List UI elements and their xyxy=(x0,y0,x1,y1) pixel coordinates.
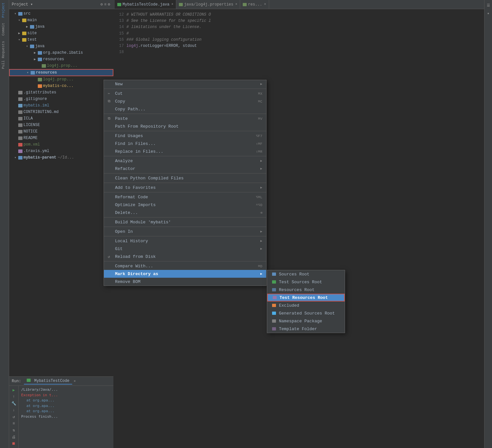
tab-close-button[interactable]: × xyxy=(264,3,266,6)
run-rerun-button[interactable]: ↺ xyxy=(10,414,17,420)
tree-item-java-test[interactable]: ▾ java xyxy=(9,43,113,49)
tree-label: java xyxy=(35,44,45,49)
tree-item-main[interactable]: ▾ main xyxy=(9,17,113,23)
tree-item-travis[interactable]: .travis.yml xyxy=(9,148,113,154)
menu-item-reformat[interactable]: Reformat Code ⌥⌘L xyxy=(104,193,266,201)
tree-item-log4j2[interactable]: log4j.prop... xyxy=(9,76,113,83)
tree-item-resources-java[interactable]: ▶ resources xyxy=(9,56,113,63)
menu-label: Clean Python Compiled Files xyxy=(115,176,262,181)
tree-item-mybatis-parent[interactable]: ▾ mybatis-parent ~/Id... xyxy=(9,154,113,161)
menu-separator xyxy=(104,236,266,236)
tree-item-src[interactable]: ▾ src xyxy=(9,10,113,17)
menu-item-find-usages[interactable]: Find Usages ⌥F7 xyxy=(104,132,266,140)
sidebar-item-project[interactable]: Project xyxy=(0,0,9,20)
tree-item-test[interactable]: ▾ test xyxy=(9,36,113,43)
menu-item-clean-python[interactable]: Clean Python Compiled Files xyxy=(104,174,266,182)
menu-item-reload[interactable]: ↺ Reload from Disk xyxy=(104,253,266,260)
run-play-button[interactable]: ▶ xyxy=(10,387,17,393)
tab-log4j[interactable]: java/log4j.properties × xyxy=(176,0,240,9)
menu-label: Cut xyxy=(115,91,252,96)
tree-item-site[interactable]: ▶ site xyxy=(9,30,113,36)
submenu-item-sources-root[interactable]: Sources Root xyxy=(267,270,345,278)
menu-label: Copy xyxy=(115,99,252,104)
submenu-item-test-resources-root[interactable]: Test Resources Root xyxy=(267,294,345,301)
tree-item-gitattributes[interactable]: .gitattributes xyxy=(9,89,113,96)
sidebar-item-commit[interactable]: Commit xyxy=(0,20,9,38)
menu-item-copy-path[interactable]: Copy Path... xyxy=(104,105,266,113)
menu-item-mark-directory[interactable]: Mark Directory as ▶ Sources Root Test So… xyxy=(104,270,266,278)
menu-item-delete[interactable]: Delete... ⌫ xyxy=(104,209,266,217)
tree-label: README xyxy=(23,136,37,140)
menu-item-build-module[interactable]: Build Module 'mybatis' xyxy=(104,218,266,226)
tree-item-icla[interactable]: ICLA xyxy=(9,115,113,122)
menu-item-remove-bom[interactable]: Remove BOM xyxy=(104,278,266,286)
menu-item-copy[interactable]: ⧉ Copy ⌘C xyxy=(104,97,266,105)
tab-close-button[interactable]: × xyxy=(235,3,237,6)
tree-item-mybatis-config[interactable]: mybatis-co... xyxy=(9,83,113,89)
tree-item-ibatis[interactable]: ▶ org.apache.ibatis xyxy=(9,49,113,56)
menu-separator xyxy=(104,173,266,174)
run-wrench-button[interactable]: 🔧 xyxy=(10,400,17,407)
menu-item-path-repo[interactable]: Path From Repository Root xyxy=(104,122,266,130)
tree-item-readme[interactable]: README xyxy=(9,135,113,141)
submenu-item-test-sources-root[interactable]: Test Sources Root xyxy=(267,278,345,286)
test-sources-root-icon xyxy=(271,280,277,284)
tab-label: res... xyxy=(248,2,262,7)
run-print-button[interactable]: 🖨 xyxy=(10,434,17,440)
tree-item-license[interactable]: LICENSE xyxy=(9,122,113,128)
menu-label: Mark Directory as xyxy=(115,272,259,276)
menu-item-add-favorites[interactable]: Add to Favorites ▶ xyxy=(104,184,266,191)
menu-item-paste[interactable]: ⧉ Paste ⌘V xyxy=(104,115,266,122)
menu-label: Analyze xyxy=(115,159,259,163)
tab-mybatis-java[interactable]: MybatisTestCode.java × xyxy=(115,0,176,9)
menu-item-compare[interactable]: Compare With... ⌘D xyxy=(104,262,266,270)
tree-item-log4j-test[interactable]: log4j.prop... xyxy=(9,63,113,69)
tab-close-button[interactable]: × xyxy=(171,3,173,6)
tree-label: test xyxy=(27,37,37,42)
menu-item-git[interactable]: Git ▶ xyxy=(104,245,266,253)
folder-icon xyxy=(30,25,34,29)
tree-item-iml[interactable]: mybatis.iml xyxy=(9,102,113,109)
run-stop-button[interactable]: ⏹ xyxy=(10,441,17,447)
sidebar-structure-icon[interactable]: ☰ xyxy=(485,2,492,8)
run-tab-close[interactable]: × xyxy=(74,379,76,383)
run-down-button[interactable]: ↓ xyxy=(10,407,17,413)
run-sort-button[interactable]: ⇅ xyxy=(10,427,17,433)
submenu-item-template-folder[interactable]: Template Folder xyxy=(267,325,345,333)
menu-item-open-in[interactable]: Open In ▶ xyxy=(104,228,266,235)
tab-res[interactable]: res... × xyxy=(240,0,269,9)
run-format-button[interactable]: ≡ xyxy=(10,421,17,427)
submenu-item-generated-sources[interactable]: Generated Sources Root xyxy=(267,309,345,317)
menu-item-new[interactable]: New ▶ xyxy=(104,80,266,88)
submenu-item-excluded[interactable]: Excluded xyxy=(267,301,345,309)
menu-label: Compare With... xyxy=(115,264,252,269)
folder-icon xyxy=(38,58,42,61)
tree-item-notice[interactable]: NOTICE xyxy=(9,128,113,135)
menu-item-local-history[interactable]: Local History ▶ xyxy=(104,237,266,245)
menu-label: Path From Repository Root xyxy=(115,124,262,129)
submenu-item-resources-root[interactable]: Resources Root xyxy=(267,286,345,294)
tree-item-java-main[interactable]: ▶ java xyxy=(9,23,113,30)
tree-item-resources-selected[interactable]: ▾ resources xyxy=(9,69,113,76)
project-header: Project ▾ ⚙ ≡ ⚙ xyxy=(9,0,113,9)
menu-item-refactor[interactable]: Refactor ▶ xyxy=(104,165,266,173)
run-up-button[interactable]: ↑ xyxy=(10,394,17,400)
tree-item-contributing[interactable]: CONTRIBUTING.md xyxy=(9,109,113,115)
sidebar-favorites-icon[interactable]: ★ xyxy=(485,10,492,16)
submenu-item-namespace-package[interactable]: Namespace Package xyxy=(267,317,345,325)
menu-item-analyze[interactable]: Analyze ▶ xyxy=(104,157,266,165)
gear-icon[interactable]: ⚙ xyxy=(100,1,103,7)
menu-item-optimize[interactable]: Optimize Imports ^⌥O xyxy=(104,201,266,209)
sidebar-item-pull-requests[interactable]: Pull Requests xyxy=(0,38,9,72)
settings-icon[interactable]: ⚙ xyxy=(107,1,111,7)
collapse-icon[interactable]: ≡ xyxy=(104,2,107,7)
tree-item-gitignore[interactable]: .gitignore xyxy=(9,96,113,102)
tree-label: CONTRIBUTING.md xyxy=(23,110,59,114)
expand-arrow: ▾ xyxy=(18,18,22,22)
menu-item-cut[interactable]: ✂ Cut ⌘X xyxy=(104,90,266,97)
run-tab-mybatis[interactable]: MybatisTestCode xyxy=(24,378,72,385)
tree-item-pom[interactable]: pom.xml xyxy=(9,141,113,148)
menu-item-replace-in-files[interactable]: Replace in Files... ⇧⌘R xyxy=(104,147,266,155)
submenu-label: Resources Root xyxy=(279,287,314,292)
menu-item-find-in-files[interactable]: Find in Files... ⇧⌘F xyxy=(104,140,266,147)
